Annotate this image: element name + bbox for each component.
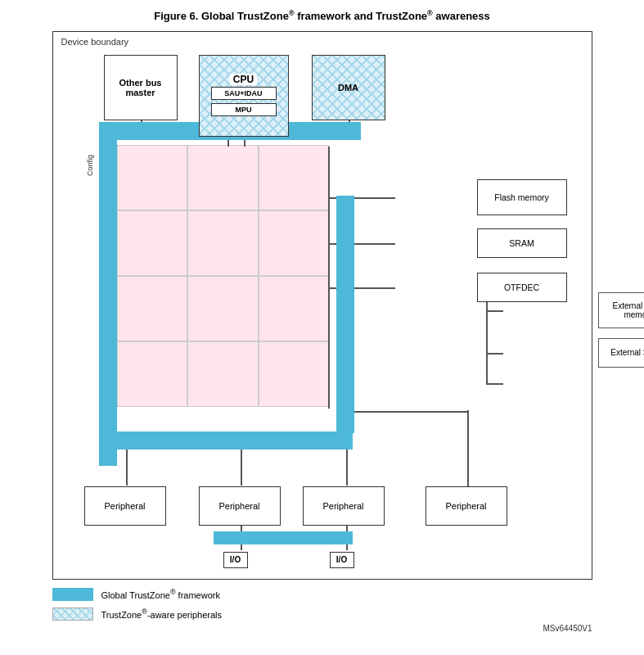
cross-swatch [52, 608, 93, 621]
grid-cell [117, 210, 188, 276]
peripheral-box-3: Peripheral [303, 486, 385, 526]
blue-swatch [52, 588, 93, 601]
grid-cell [259, 145, 330, 210]
external-sram-box: External SRAM [598, 338, 645, 368]
vline-peri4-line [467, 410, 469, 486]
right-vline [328, 147, 330, 409]
legend-blue-label: Global TrustZone® framework [101, 588, 220, 600]
bus-vertical-left [99, 122, 117, 466]
config-label: Config [86, 155, 94, 176]
ext-flash-line [487, 310, 503, 312]
ext-sram-line [487, 353, 503, 355]
sau-idau-box: SAU+IDAU [211, 87, 277, 100]
msv-label: MSv64450V1 [52, 624, 592, 633]
hline-to-peri4 [346, 411, 469, 413]
legend-blue-item: Global TrustZone® framework [52, 588, 592, 601]
figure-title: Figure 6. Global TrustZone® framework an… [154, 8, 490, 25]
flash-memory-box: Flash memory [477, 179, 567, 215]
legend-cross-label: TrustZone®-aware peripherals [101, 608, 222, 620]
grid-area [117, 145, 330, 407]
peripheral-box-1: Peripheral [84, 486, 166, 526]
ext-bracket-h-bot [487, 383, 503, 385]
grid-cell [259, 276, 330, 341]
grid-cell [187, 145, 259, 210]
grid-cell [117, 341, 188, 407]
otfdec-box: OTFDEC [477, 273, 567, 302]
vline-bus-to-peri1 [126, 449, 128, 486]
bus-io-horizontal [214, 531, 353, 544]
device-boundary-label: Device boundary [61, 37, 129, 47]
legend: Global TrustZone® framework TrustZone®-a… [52, 588, 592, 621]
grid-cell [187, 276, 259, 341]
sram-box: SRAM [477, 228, 567, 258]
peripheral-box-4: Peripheral [426, 486, 507, 526]
bus-vertical-right [336, 196, 354, 433]
external-flash-box: External Flash memory [598, 292, 645, 328]
grid-lines [117, 145, 330, 407]
grid-cell [117, 276, 188, 341]
legend-cross-item: TrustZone®-aware peripherals [52, 608, 592, 621]
grid-cell [187, 341, 259, 407]
vline-bus-to-peri2 [241, 449, 242, 486]
grid-cell [117, 145, 188, 210]
diagram-container: Device boundary Config Other bus master … [52, 31, 592, 580]
other-bus-master-box: Other bus master [104, 55, 178, 120]
dma-box: DMA [312, 55, 385, 120]
peripheral-box-2: Peripheral [199, 486, 281, 526]
grid-cell [259, 210, 330, 276]
cpu-box: CPU SAU+IDAU MPU [199, 55, 289, 137]
mpu-box: MPU [211, 103, 277, 116]
vline-bus-to-peri3 [346, 449, 348, 486]
grid-cell [187, 210, 259, 276]
bus-horizontal-mid [99, 431, 353, 449]
grid-cell [259, 341, 330, 407]
io-box-1: I/O [223, 552, 248, 568]
io-box-2: I/O [330, 552, 354, 568]
